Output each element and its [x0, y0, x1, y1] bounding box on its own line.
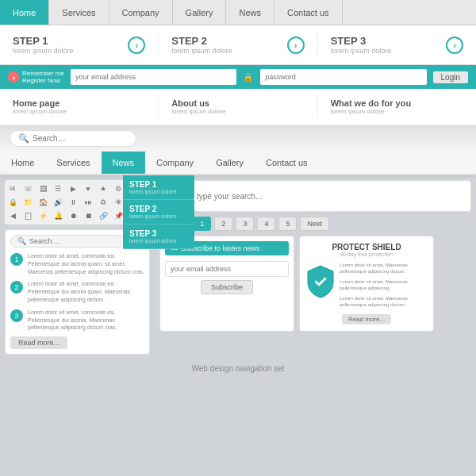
icon-cell: ★ [97, 183, 109, 194]
password-input[interactable] [260, 69, 426, 85]
remember-me-section: ● Remember me Register Now [8, 70, 64, 84]
icon-cell: 🔒 [6, 197, 19, 208]
icon-cell: ⏺ [67, 210, 79, 221]
footer-text: Web design navigation set [0, 359, 476, 378]
snav-contact[interactable]: Contact us [255, 152, 319, 174]
icon-cell: ☏ [21, 183, 34, 194]
pagination: Prev. 1 2 3 4 5 Next [159, 217, 471, 231]
home-link-whatwedo[interactable]: What we do for you lorem ipsum dolore [318, 95, 476, 118]
nav-services[interactable]: Services [49, 0, 109, 25]
subscribe-widget: ✉ Subscribe to lastes news Subscribe [159, 236, 294, 332]
search-bar: 🔍 [0, 125, 476, 152]
search-input[interactable] [33, 134, 128, 143]
snav-gallery[interactable]: Gallery [205, 152, 255, 174]
step-2-arrow: › [287, 36, 305, 54]
icon-cell: 🖼 [36, 183, 49, 194]
shield-icon-wrap [306, 262, 335, 311]
nav-news[interactable]: News [226, 0, 274, 25]
steps-bar: STEP 1 lorem ipsum dolore › STEP 2 lorem… [0, 25, 476, 65]
shield-content: Lorem dolor sit amet. Maecenas pellentes… [306, 262, 427, 311]
nav-company[interactable]: Company [109, 0, 173, 25]
home-link-homepage[interactable]: Home page lorem ipsum dolore [0, 95, 159, 118]
search-input-wrap[interactable]: 🔍 [10, 130, 136, 147]
list-item-text-2: Lorem dolor sit amet, commodo ea. Pellen… [28, 280, 144, 303]
list-search-icon: 🔍 [17, 237, 26, 245]
icon-cell: 🏠 [36, 197, 49, 208]
step-3-arrow: › [446, 36, 463, 54]
login-bar: ● Remember me Register Now 🔒 Login [0, 65, 476, 89]
widgets-row: ✉ Subscribe to lastes news Subscribe PRO… [159, 236, 471, 332]
subscribe-button[interactable]: Subscribe [201, 280, 253, 294]
snav-services[interactable]: Services [45, 152, 101, 174]
icon-cell: ⏹ [82, 210, 94, 221]
icon-cell: ⏭ [82, 197, 94, 208]
read-more-button[interactable]: Read more... [10, 336, 67, 349]
icon-cell: 🔊 [52, 197, 64, 208]
page-5-button[interactable]: 5 [278, 217, 297, 231]
home-link-about[interactable]: About us lorem ipsum dolore [159, 95, 317, 118]
news-dd-item-2[interactable]: STEP 2 lorem ipsum dolore [123, 200, 194, 225]
page-1-button[interactable]: 1 [193, 217, 211, 231]
icon-cell: ♻ [97, 197, 109, 208]
page-4-button[interactable]: 4 [257, 217, 275, 231]
list-item-text-1: Lorem dolor sit amet, commodo ea. Pellen… [28, 252, 144, 275]
step-1-arrow: › [128, 36, 145, 54]
lock-icon: 🔒 [243, 72, 254, 83]
list-search-input[interactable] [29, 237, 118, 245]
icon-cell: ⏸ [67, 197, 79, 208]
nav-home[interactable]: Home [0, 0, 49, 25]
nav-contact[interactable]: Contact us [274, 0, 343, 25]
list-item-text-3: Lorem dolor sit amet, commodo ea. Pellen… [28, 309, 144, 332]
shield-title: PROTECT SHIELD [306, 243, 427, 251]
email-input[interactable] [71, 69, 236, 85]
icon-cell: 🔗 [97, 210, 109, 221]
list-item-3: 3 Lorem dolor sit amet, commodo ea. Pell… [10, 309, 144, 332]
news-dd-item-3[interactable]: STEP 3 lorem ipsum dolore [123, 225, 194, 249]
list-item-1: 1 Lorem dolor sit amet, commodo ea. Pell… [10, 252, 144, 275]
step-2[interactable]: STEP 2 lorem ipsum dolore › [159, 32, 317, 58]
search-icon: 🔍 [18, 133, 29, 144]
icon-cell: 📋 [21, 210, 34, 221]
news-dd-item-1[interactable]: STEP 1 lorem ipsum dolore [123, 175, 194, 200]
snav-news[interactable]: News [102, 152, 146, 174]
subscribe-email-input[interactable] [165, 261, 289, 277]
step-3[interactable]: STEP 3 lorem ipsum dolore › [318, 32, 476, 58]
step-1[interactable]: STEP 1 lorem ipsum dolore › [0, 32, 159, 58]
home-links-bar: Home page lorem ipsum dolore About us lo… [0, 89, 476, 125]
number-badge-1: 1 [10, 253, 23, 266]
shield-subtitle: 30 day free protection [306, 251, 427, 257]
list-item-2: 2 Lorem dolor sit amet, commodo ea. Pell… [10, 280, 144, 303]
main-content: ✉☏🖼☰▶♥★⚙◆◉🔒📁🏠🔊⏸⏭♻👁✓✗◀📋⚡🔔⏺⏹🔗📌✏🔍 🔍 1 Lorem… [0, 175, 476, 359]
number-badge-2: 2 [10, 281, 23, 294]
right-area: 🔍 Prev. 1 2 3 4 5 Next ✉ Subscribe to la… [155, 175, 476, 359]
next-button[interactable]: Next [300, 217, 329, 231]
shield-read-more-button[interactable]: Read more... [342, 314, 391, 324]
icon-cell: ▶ [67, 183, 79, 194]
icon-cell: ☰ [52, 183, 64, 194]
snav-company[interactable]: Company [145, 152, 205, 174]
shield-text-2: Lorem dolor sit amet. Maecenas pellentes… [340, 278, 427, 292]
icon-cell: ◀ [6, 210, 19, 221]
top-navigation: Home Services Company Gallery News Conta… [0, 0, 476, 25]
snav-home[interactable]: Home [0, 152, 45, 174]
user-icon: ● [8, 71, 19, 83]
shield-icon [306, 265, 335, 298]
number-badge-3: 3 [10, 309, 23, 322]
icon-cell: 🔔 [52, 210, 64, 221]
shield-text-list: Lorem dolor sit amet. Maecenas pellentes… [340, 262, 427, 311]
icon-cell: 📁 [21, 197, 34, 208]
shield-text-3: Lorem dolor sit amet. Maecenas pellentes… [340, 295, 427, 309]
icon-cell: ⚡ [36, 210, 49, 221]
page-2-button[interactable]: 2 [214, 217, 232, 231]
news-dropdown: STEP 1 lorem ipsum dolore STEP 2 lorem i… [123, 175, 194, 249]
nav-gallery[interactable]: Gallery [173, 0, 227, 25]
search-type-input[interactable] [197, 192, 464, 201]
icon-cell: ♥ [82, 183, 94, 194]
icon-cell: ✉ [6, 183, 19, 194]
shield-widget: PROTECT SHIELD 30 day free protection Lo… [299, 236, 434, 332]
login-button[interactable]: Login [433, 71, 468, 83]
shield-text-1: Lorem dolor sit amet. Maecenas pellentes… [340, 262, 427, 275]
second-navigation: Home Services News Company Gallery Conta… [0, 152, 476, 175]
search-widget[interactable]: 🔍 [159, 180, 471, 212]
page-3-button[interactable]: 3 [236, 217, 254, 231]
